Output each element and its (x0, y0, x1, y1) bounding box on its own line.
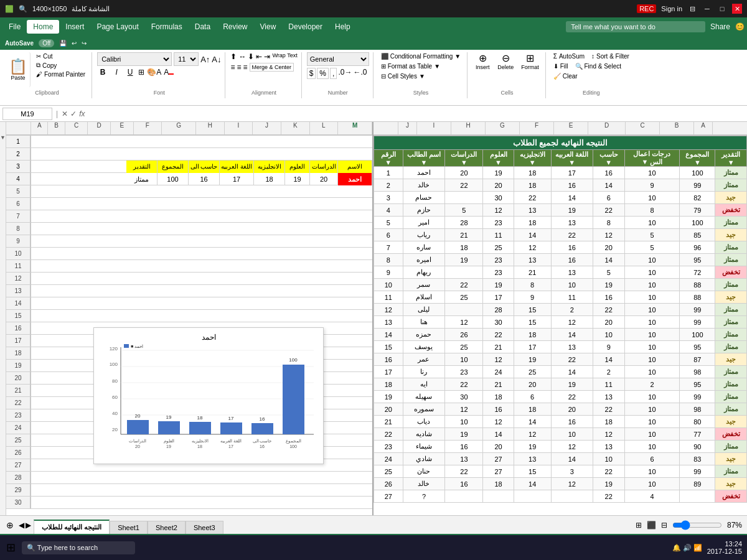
cell-14-7[interactable]: 26 (445, 329, 483, 341)
cell-15-2[interactable]: 10 (624, 341, 680, 353)
cell-25-2[interactable]: 10 (624, 465, 680, 478)
cell-2-6[interactable]: 20 (483, 179, 514, 192)
cell-24-4[interactable]: 14 (551, 453, 593, 465)
filter-arrow-sci[interactable]: ▼ (495, 159, 502, 166)
name-box[interactable] (2, 108, 52, 120)
clear-btn[interactable]: 🧹 Clear (551, 72, 580, 80)
cell-styles-btn[interactable]: ⊟ Cell Styles ▼ (378, 72, 428, 80)
cell-10-9[interactable]: 10 (374, 279, 403, 291)
cell-13-0[interactable]: ممتاز (715, 316, 747, 329)
cell-16-3[interactable]: 14 (593, 353, 624, 366)
cell-23-0[interactable]: ممتاز (715, 441, 747, 453)
cell-18-5[interactable]: 20 (514, 378, 551, 391)
cell-5-1[interactable]: 100 (680, 217, 715, 229)
rcol-e[interactable]: E (554, 122, 588, 134)
cell-19-1[interactable]: 99 (680, 391, 715, 403)
col-f[interactable]: F (134, 122, 162, 134)
cell-23-4[interactable]: 12 (551, 441, 593, 453)
menu-developer[interactable]: Developer (282, 20, 329, 34)
cell-16-1[interactable]: 87 (680, 353, 715, 366)
cell-25-5[interactable]: 15 (514, 465, 551, 478)
header-arabic[interactable]: اللغة العربيه ▼ (551, 150, 593, 167)
underline-btn[interactable]: U (125, 68, 136, 77)
view-layout-btn[interactable]: ⬛ (647, 521, 656, 530)
cell-20-6[interactable]: 16 (483, 403, 514, 416)
header-num[interactable]: الرقم ▼ (374, 150, 403, 167)
cell-12-6[interactable]: 28 (483, 304, 514, 316)
cell-14-5[interactable]: 18 (514, 329, 551, 341)
fill-btn[interactable]: ⬇ Fill (551, 62, 571, 70)
col-e[interactable]: E (111, 122, 134, 134)
cell-20-2[interactable]: 10 (624, 403, 680, 416)
cell-2-5[interactable]: 18 (514, 179, 551, 192)
cell-10-4[interactable]: 10 (551, 279, 593, 291)
cell-24-0[interactable]: جيد (715, 453, 747, 465)
filter-arrow-num[interactable]: ▼ (385, 159, 392, 166)
cell-12-4[interactable]: 2 (551, 304, 593, 316)
cell-26-2[interactable]: 10 (624, 478, 680, 490)
cell-9-8[interactable]: ريهام (403, 266, 445, 279)
header-english[interactable]: الانجليزيه ▼ (514, 150, 551, 167)
indent-increase-btn[interactable]: ⇥ (264, 52, 270, 61)
cell-8-4[interactable]: 16 (551, 254, 593, 266)
header-science[interactable]: العلوم ▼ (483, 150, 514, 167)
cell-11-9[interactable]: 11 (374, 291, 403, 304)
cell-14-4[interactable]: 14 (551, 329, 593, 341)
cell-21-8[interactable]: دياب (403, 416, 445, 428)
cell-6-9[interactable]: 6 (374, 229, 403, 241)
undo-btn[interactable]: ↩ (72, 40, 77, 47)
rcol-c[interactable]: C (626, 122, 660, 134)
col-h[interactable]: H (196, 122, 225, 134)
filter-arrow-arabic[interactable]: ▼ (568, 159, 575, 166)
cell-23-3[interactable]: 13 (593, 441, 624, 453)
cell-17-5[interactable]: 25 (514, 366, 551, 378)
cell-23-9[interactable]: 23 (374, 441, 403, 453)
cell-6-8[interactable]: رياب (403, 229, 445, 241)
cell-7-0[interactable]: ممتاز (715, 241, 747, 254)
cell-24-9[interactable]: 24 (374, 453, 403, 465)
cell-19-4[interactable]: 22 (551, 391, 593, 403)
cell-19-9[interactable]: 19 (374, 391, 403, 403)
cell-25-1[interactable]: 99 (680, 465, 715, 478)
cell-17-2[interactable]: 10 (624, 366, 680, 378)
cell-25-6[interactable]: 27 (483, 465, 514, 478)
cell-8-1[interactable]: 95 (680, 254, 715, 266)
cell-10-8[interactable]: سمر (403, 279, 445, 291)
cell-16-6[interactable]: 12 (483, 353, 514, 366)
header-total[interactable]: المجموع ▼ (680, 150, 715, 167)
cell-11-1[interactable]: 88 (680, 291, 715, 304)
cell-10-0[interactable]: ممتاز (715, 279, 747, 291)
border-btn[interactable]: ⊞ (138, 68, 144, 77)
cell-16-5[interactable]: 19 (514, 353, 551, 366)
font-color-btn[interactable]: A (164, 68, 174, 77)
conditional-formatting-btn[interactable]: ⬛ Conditional Formatting ▼ (378, 52, 464, 60)
cell-27-5[interactable] (514, 490, 551, 503)
cell-11-2[interactable]: 10 (624, 291, 680, 304)
cell-1-1[interactable]: 100 (680, 167, 715, 179)
cell-24-8[interactable]: شادي (403, 453, 445, 465)
cell-3-7[interactable] (445, 192, 483, 204)
cell-7-5[interactable]: 12 (514, 241, 551, 254)
formula-input[interactable] (87, 108, 745, 120)
cell-ahmed-grade[interactable]: ممتاز (126, 173, 157, 185)
cell-5-5[interactable]: 18 (514, 217, 551, 229)
save-icon[interactable]: 💾 (59, 40, 67, 47)
align-bottom-btn[interactable]: ⬇ (248, 52, 254, 61)
sheet-tab-sheet3[interactable]: Sheet3 (186, 521, 223, 534)
cell-22-6[interactable]: 14 (483, 428, 514, 441)
cell-10-3[interactable]: 19 (593, 279, 624, 291)
cell-18-4[interactable]: 19 (551, 378, 593, 391)
search-bar-taskbar[interactable]: 🔍 Type here to search (22, 541, 135, 554)
menu-formulas[interactable]: Formulas (145, 20, 189, 34)
wrap-text-btn[interactable]: Wrap Text (272, 52, 297, 61)
cell-21-0[interactable]: جيد (715, 416, 747, 428)
sign-in-button[interactable]: Sign in (661, 5, 682, 12)
col-l[interactable]: L (310, 122, 339, 134)
cell-21-1[interactable]: 80 (680, 416, 715, 428)
cell-1-0[interactable]: ممتاز (715, 167, 747, 179)
col-m[interactable]: M (338, 122, 372, 134)
cell-17-9[interactable]: 17 (374, 366, 403, 378)
cell-16-8[interactable]: عمر (403, 353, 445, 366)
cell-26-9[interactable]: 26 (374, 478, 403, 490)
cell-21-5[interactable]: 14 (514, 416, 551, 428)
